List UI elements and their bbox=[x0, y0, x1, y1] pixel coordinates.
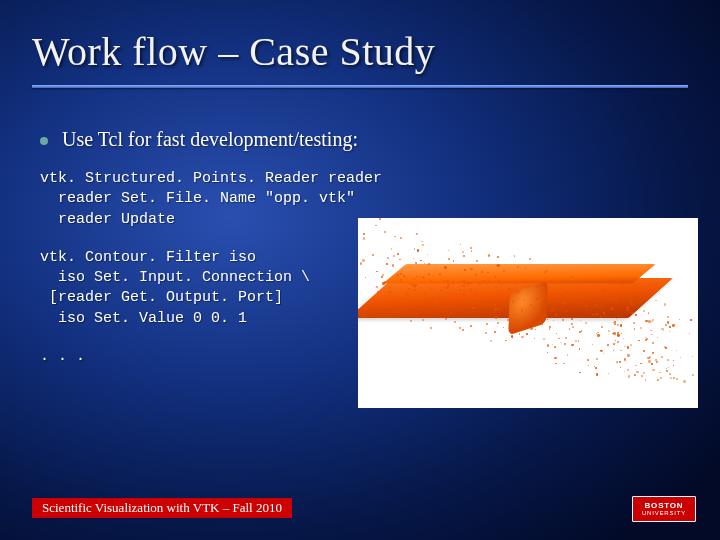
viz-render bbox=[358, 218, 698, 408]
content-area: Use Tcl for fast development/testing: vt… bbox=[40, 128, 400, 385]
logo-line-1: BOSTON bbox=[645, 502, 684, 510]
code-block-2: vtk. Contour. Filter iso iso Set. Input.… bbox=[40, 248, 400, 329]
bullet-text: Use Tcl for fast development/testing: bbox=[62, 128, 358, 151]
slide-title: Work flow – Case Study bbox=[32, 28, 688, 75]
visualization-image bbox=[358, 218, 698, 408]
title-block: Work flow – Case Study bbox=[32, 28, 688, 88]
logo-line-2: UNIVERSITY bbox=[642, 510, 686, 516]
bullet-item: Use Tcl for fast development/testing: bbox=[40, 128, 400, 151]
footer-bar: Scientific Visualization with VTK – Fall… bbox=[32, 498, 292, 518]
title-underline bbox=[32, 85, 688, 88]
code-block-1: vtk. Structured. Points. Reader reader r… bbox=[40, 169, 400, 230]
bullet-icon bbox=[40, 137, 48, 145]
footer-text: Scientific Visualization with VTK – Fall… bbox=[42, 500, 282, 516]
boston-university-logo: BOSTON UNIVERSITY bbox=[632, 496, 696, 522]
code-block-3: . . . bbox=[40, 347, 400, 367]
isosurface-top bbox=[383, 264, 656, 283]
